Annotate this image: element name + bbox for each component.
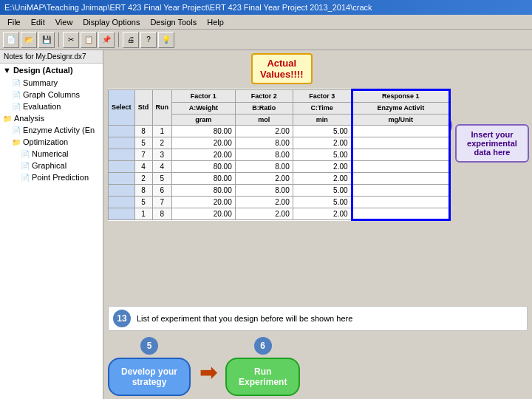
cell-f1: 20.00 [172,197,236,208]
cell-std: 8 [134,185,152,197]
experiment-text: List of experiment that you design befor… [137,314,352,323]
badge-6: 6 [254,337,272,355]
cell-std: 2 [134,173,152,185]
sidebar-label-graph-columns: Graph Columns [23,90,80,99]
menu-file[interactable]: File [3,16,25,28]
cell-f3: 5.00 [293,149,352,161]
menu-display-options[interactable]: Display Options [78,16,144,28]
actual-values-callout: Actual Values!!!! [251,53,313,84]
cell-select [109,208,135,220]
sidebar: Notes for My.Designr.dx7 ▼ Design (Actua… [0,50,103,399]
cell-r1 [352,197,449,208]
cell-select [109,173,135,185]
table-row: 7 3 20.00 8.00 5.00 [109,149,450,161]
sidebar-item-summary[interactable]: 📄 Summary [0,77,103,89]
cell-select [109,126,135,137]
cell-f2: 2.00 [235,208,293,220]
sidebar-item-analysis[interactable]: 📁 Analysis [0,112,103,124]
cell-run: 2 [152,137,172,149]
cell-f1: 80.00 [172,185,236,197]
th-factor2: Factor 2 [235,90,293,103]
menu-help[interactable]: Help [202,16,228,28]
sidebar-file-label: Notes for My.Designr.dx7 [0,50,103,64]
th-factor3-unit: min [293,114,352,126]
new-button[interactable]: 📄 [3,32,19,48]
copy-button[interactable]: 📋 [81,32,97,48]
cell-f2: 8.00 [235,185,293,197]
sidebar-item-graphical[interactable]: 📄 Graphical [0,160,103,171]
menu-design-tools[interactable]: Design Tools [146,16,201,28]
th-factor2-unit: mol [235,114,293,126]
arrow-icon: ➡ [200,361,216,385]
sidebar-item-evaluation[interactable]: 📄 Evaluation [0,100,103,112]
table-row: 4 4 80.00 8.00 2.00 [109,161,450,173]
th-factor1-name: A:Weight [172,102,236,114]
badge-5: 5 [140,337,158,355]
cell-select [109,149,135,161]
cell-r1 [352,126,449,137]
toolbar-separator-1 [58,33,59,47]
cell-select [109,137,135,149]
doc-icon-point: 📄 [21,174,30,182]
th-response1-name: Enzyme Activit [352,102,449,114]
open-button[interactable]: 📂 [21,32,37,48]
cell-f2: 8.00 [235,161,293,173]
print-button[interactable]: 🖨 [123,32,139,48]
cell-r1 [352,173,449,185]
flow-row: 5 Develop your strategy ➡ 6 Run Experime… [108,337,528,396]
th-factor1: Factor 1 [172,90,236,103]
cell-run: 4 [152,161,172,173]
doc-icon-graphical: 📄 [21,162,30,170]
save-button[interactable]: 💾 [38,32,55,48]
sidebar-item-enzyme-activity[interactable]: 📄 Enzyme Activity (En [0,124,103,136]
flow-item-run: 6 Run Experiment [225,337,300,396]
table-row: 5 2 20.00 8.00 2.00 [109,137,450,149]
sidebar-label-graphical: Graphical [32,161,66,170]
th-factor3-name: C:Time [293,102,352,114]
main-area: Notes for My.Designr.dx7 ▼ Design (Actua… [0,50,532,399]
sidebar-label-numerical: Numerical [32,149,69,158]
cell-r1 [352,161,449,173]
title-bar: E:\UniMAP\Teaching Jnimap\ERT 423 Final … [0,0,532,15]
cell-f1: 80.00 [172,126,236,137]
title-text: E:\UniMAP\Teaching Jnimap\ERT 423 Final … [4,3,372,12]
cell-f3: 5.00 [293,197,352,208]
cell-f3: 2.00 [293,137,352,149]
paste-button[interactable]: 📌 [98,32,115,48]
menu-edit[interactable]: Edit [27,16,50,28]
toolbar: 📄 📂 💾 ✂ 📋 📌 🖨 ? 💡 [0,30,532,50]
sidebar-item-numerical[interactable]: 📄 Numerical [0,148,103,160]
info-button[interactable]: 💡 [158,32,174,48]
th-factor3: Factor 3 [293,90,352,103]
sidebar-label-analysis: Analysis [14,114,44,123]
cell-f1: 80.00 [172,161,236,173]
doc-icon-summary: 📄 [12,79,21,87]
cell-select [109,197,135,208]
th-std: Std [134,90,152,126]
sidebar-item-graph-columns[interactable]: 📄 Graph Columns [0,89,103,100]
bottom-section: 13 List of experiment that you design be… [103,303,532,399]
sidebar-item-point-prediction[interactable]: 📄 Point Prediction [0,171,103,183]
cut-button[interactable]: ✂ [63,32,79,48]
cell-r1 [352,137,449,149]
menu-view[interactable]: View [51,16,78,28]
table-row: 5 7 20.00 2.00 5.00 [109,197,450,208]
sidebar-item-optimization[interactable]: 📁 Optimization [0,136,103,148]
cell-run: 7 [152,197,172,208]
cell-f1: 20.00 [172,149,236,161]
badge-13: 13 [113,310,131,327]
sidebar-label-optimization: Optimization [23,137,68,146]
cell-std: 7 [134,149,152,161]
cell-f2: 8.00 [235,137,293,149]
cell-f2: 2.00 [235,197,293,208]
cell-f3: 2.00 [293,173,352,185]
th-select: Select [109,90,135,126]
develop-strategy-box: Develop your strategy [108,358,191,396]
content-area: Actual Values!!!! 14 Insert your experim… [103,50,532,399]
sidebar-root[interactable]: ▼ Design (Actual) [0,64,103,77]
help-button[interactable]: ? [140,32,157,48]
cell-std: 4 [134,161,152,173]
table-row: 2 5 80.00 2.00 2.00 [109,173,450,185]
cell-r1 [352,208,449,220]
cell-f1: 20.00 [172,208,236,220]
